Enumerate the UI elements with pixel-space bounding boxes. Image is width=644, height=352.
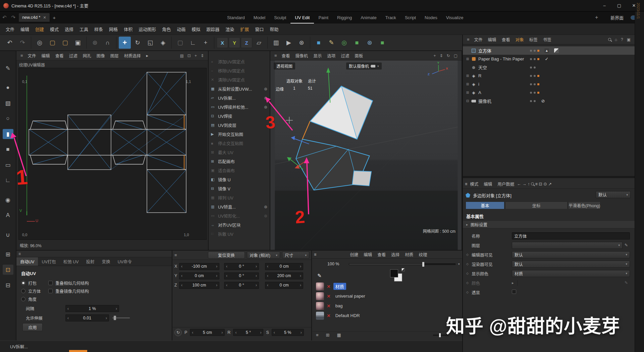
rect-selection-button[interactable]: ▢ [46, 37, 58, 49]
increment-icon[interactable]: › [214, 264, 219, 269]
uv-editor-menu[interactable]: 文件 [25, 52, 39, 59]
pan-view-icon[interactable]: + [195, 53, 197, 58]
uv-command-item[interactable]: + 添加UV固定点 ⊛ [209, 57, 270, 66]
panel-menu-icon[interactable]: ≡ [314, 252, 316, 257]
panel-icon[interactable]: ▣ [627, 37, 631, 42]
s-step-value[interactable]: 5 % [277, 330, 299, 335]
increment-icon[interactable]: › [254, 283, 259, 288]
uv-command-item[interactable]: ✕ 清除UV固定点 ⊛ [209, 75, 270, 84]
increment-icon[interactable]: › [299, 330, 304, 335]
menu-item[interactable]: 窗口 [252, 26, 267, 32]
uv-command-item[interactable]: ▦ 排列 UV ⊛ [209, 193, 270, 202]
layer-color-dot[interactable] [537, 92, 539, 94]
menu-item[interactable]: 跟踪器 [203, 26, 222, 32]
uv-point-mode-button[interactable]: ■ [3, 144, 13, 155]
new-document-tab-button[interactable]: + [50, 15, 59, 20]
position-value[interactable]: 0 cm [184, 273, 214, 278]
grid-snap-button[interactable]: ⊞ [3, 249, 13, 259]
move-tool-button[interactable]: + [119, 37, 131, 49]
attribute-tab[interactable]: 坐标 [505, 202, 568, 209]
decrement-icon[interactable]: ‹ [265, 283, 270, 288]
home-icon[interactable]: ⌂ [615, 37, 617, 42]
workplane-lock-button[interactable]: ∟ [187, 37, 199, 49]
p-step-value[interactable]: 5 cm [195, 330, 220, 335]
spline-mode-button[interactable]: ∟ [3, 175, 13, 185]
workspace-tab[interactable]: Rigging [333, 11, 356, 24]
uv-pen-tool-button[interactable]: ✎ [3, 63, 13, 73]
quantize-toggle-button[interactable]: ↻ [174, 329, 182, 336]
viewport-menu[interactable]: 选项 [324, 52, 338, 59]
uv-editor-menu[interactable]: 图层 [108, 52, 121, 59]
editor-visibility-dot[interactable] [530, 67, 532, 69]
nav-forward-icon[interactable]: ↷ [9, 14, 18, 20]
render-visibility-dot[interactable] [534, 100, 536, 102]
uv-command-item[interactable]: ▶ 开始交互贴图 ⊛ [209, 130, 270, 139]
perspective-viewport-panel[interactable]: ≡ 查看摄像机显示选项过滤面板 + ⇕ ↻ ▢ [270, 51, 462, 250]
material-name[interactable]: Default HDR [333, 313, 362, 318]
increment-icon[interactable]: › [214, 283, 219, 288]
uv-command-item[interactable]: ⊟ 镜像 V ⊛ [209, 184, 270, 193]
render-settings-button[interactable]: ⊛ [296, 37, 308, 49]
render-visibility-dot[interactable] [534, 50, 536, 52]
decrement-icon[interactable]: ‹ [272, 330, 277, 335]
checkbox-option[interactable]: 重叠镜像几何结构 [48, 287, 89, 295]
editor-visibility-dot[interactable] [530, 92, 532, 94]
position-spinner[interactable]: ‹ 0 cm › [179, 272, 219, 279]
menu-item[interactable]: 工具 [76, 26, 91, 32]
stretch-value[interactable]: 0.01 [70, 316, 104, 320]
foreground-color-swatch[interactable] [390, 269, 398, 277]
texture-mode-button[interactable]: ▧ [3, 98, 13, 108]
frame-selected-button[interactable]: ▢ [174, 37, 186, 49]
panel-menu-icon[interactable]: ≡ [272, 53, 279, 58]
object-manager-menu[interactable]: 编辑 [485, 36, 499, 43]
uv-command-item[interactable]: ■ 停止交互贴图 ⊛ [209, 139, 270, 148]
material-item[interactable]: ✕ 材质 [312, 281, 462, 291]
material-name[interactable]: bag [333, 303, 345, 309]
viewport-menu[interactable]: 查看 [279, 52, 293, 59]
display-color-dropdown[interactable]: 材质▾ [512, 270, 630, 277]
menu-item[interactable]: 扩展 [237, 26, 252, 32]
menu-item[interactable]: 动画 [174, 26, 189, 32]
editor-visibility-dot[interactable] [530, 100, 532, 102]
command-options-gear-icon[interactable]: ⊛ [264, 96, 267, 100]
size-value[interactable]: 0 cm [270, 283, 298, 288]
size-spinner[interactable]: ‹ 200 cm › [265, 272, 303, 279]
camera-disabled-icon[interactable]: ⊘ [541, 99, 545, 103]
material-item[interactable]: ✕ universal paper [312, 291, 462, 301]
increment-icon[interactable]: › [298, 264, 303, 269]
workspace-tab[interactable]: Visualize [442, 11, 468, 24]
compact-view-icon[interactable]: ▦ [337, 333, 341, 338]
increment-icon[interactable]: › [254, 264, 259, 269]
menu-item[interactable]: 帮助 [267, 26, 281, 32]
uv-command-item[interactable]: ▥ UV矫直... ⊛ [209, 202, 270, 211]
decrement-icon[interactable]: ‹ [265, 264, 270, 269]
slider-handle[interactable] [422, 262, 424, 267]
uv-editor-menu[interactable]: 查看 [53, 52, 66, 59]
foreground-background-color-widget[interactable] [390, 269, 404, 283]
layer-edit-icon[interactable]: ✎ [625, 243, 628, 248]
material-thumbnail[interactable] [316, 292, 324, 300]
workspace-tab[interactable]: Track [381, 11, 400, 24]
plane-mode-button[interactable]: ▭ [3, 160, 13, 170]
render-visibility-dot[interactable] [534, 67, 536, 69]
position-spinner[interactable]: ‹ -100 cm › [179, 263, 219, 270]
rotate-view-icon[interactable]: ↻ [447, 53, 450, 58]
maximize-button[interactable]: ▢ [612, 1, 626, 10]
menu-overflow-icon[interactable]: ▸ [144, 53, 151, 58]
viewport-menu[interactable]: 过滤 [338, 52, 352, 59]
material-name[interactable]: universal paper [333, 293, 367, 299]
workspace-tab[interactable]: Sculpt [270, 11, 290, 24]
spacing-spinner[interactable]: ‹ 1 % › [65, 305, 119, 312]
layer-color-dot[interactable] [537, 75, 539, 77]
render-view-button[interactable]: ▥ [270, 37, 282, 49]
increment-icon[interactable]: › [298, 273, 303, 278]
object-manager-menu[interactable]: 文件 [472, 36, 485, 43]
slider-handle[interactable] [114, 316, 116, 320]
uv-polygon-mode-button[interactable]: ▮ [3, 129, 13, 139]
render-visibility-dot[interactable] [534, 92, 536, 94]
stretch-slider[interactable] [112, 317, 130, 318]
menu-item[interactable]: 编辑 [17, 26, 32, 32]
uv-command-item[interactable]: ▭ UV矩形化... ⊛ [209, 211, 270, 220]
axis-center-button[interactable]: ◎ [338, 37, 350, 49]
preset-dropdown[interactable]: 默认 ▾ [596, 191, 631, 198]
